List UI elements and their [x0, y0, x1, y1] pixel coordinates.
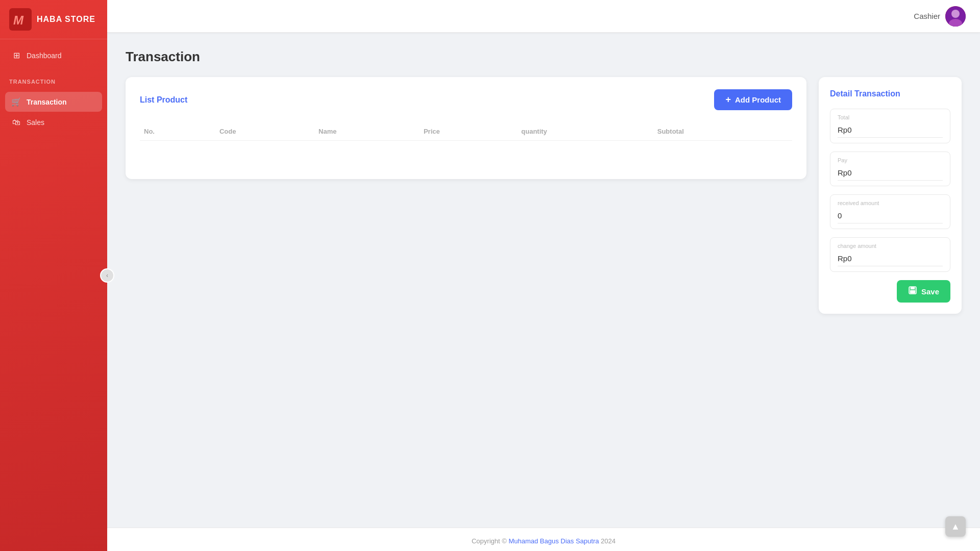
sidebar-item-transaction-label: Transaction: [27, 98, 67, 106]
pay-value: Rp0: [838, 166, 943, 181]
sidebar: M HABA STORE ⊞ Dashboard TRANSACTION 🛒 T…: [0, 0, 107, 551]
col-quantity: quantity: [517, 122, 653, 141]
received-amount-input[interactable]: [838, 209, 943, 223]
col-no: No.: [140, 122, 215, 141]
plus-icon: +: [725, 94, 731, 105]
list-product-title: List Product: [140, 95, 187, 105]
pay-label: Pay: [838, 157, 943, 163]
svg-rect-5: [911, 287, 915, 289]
sidebar-section-label: TRANSACTION: [0, 68, 107, 88]
main-content: Cashier Transaction List Product: [107, 0, 980, 551]
change-amount-value: Rp0: [838, 252, 943, 266]
sidebar-collapse-button[interactable]: ‹: [100, 268, 114, 283]
add-product-label: Add Product: [735, 95, 781, 104]
page-body: Transaction List Product + Add Product: [107, 33, 980, 528]
header-user[interactable]: Cashier: [914, 6, 966, 27]
footer-copyright: Copyright ©: [472, 537, 507, 545]
received-amount-label: received amount: [838, 200, 943, 206]
chevron-left-icon: ‹: [106, 272, 108, 279]
transaction-icon: 🛒: [11, 97, 21, 107]
sidebar-nav: 🛒 Transaction 🛍 Sales: [0, 88, 107, 136]
sidebar-item-dashboard[interactable]: ⊞ Dashboard: [5, 45, 102, 65]
change-amount-label: change amount: [838, 243, 943, 249]
page-title: Transaction: [126, 49, 962, 65]
cashier-label: Cashier: [914, 12, 940, 20]
sales-icon: 🛍: [11, 118, 21, 127]
sidebar-item-transaction[interactable]: 🛒 Transaction: [5, 92, 102, 112]
col-price: Price: [420, 122, 517, 141]
content-area: List Product + Add Product No. Code Name: [126, 77, 962, 314]
header: Cashier: [107, 0, 980, 33]
footer-author-label: Muhamad Bagus Dias Saputra: [508, 537, 599, 545]
sidebar-item-sales-label: Sales: [27, 118, 44, 127]
detail-transaction-card: Detail Transaction Total Rp0 Pay Rp0 rec…: [819, 77, 962, 314]
footer-author-link[interactable]: Muhamad Bagus Dias Saputra: [508, 537, 601, 545]
total-field: Total Rp0: [830, 109, 950, 143]
col-code: Code: [215, 122, 314, 141]
col-name: Name: [314, 122, 420, 141]
chevron-up-icon: ▲: [951, 521, 960, 532]
list-product-card: List Product + Add Product No. Code Name: [126, 77, 806, 179]
received-amount-field: received amount: [830, 194, 950, 229]
sidebar-item-sales[interactable]: 🛍 Sales: [5, 113, 102, 132]
footer: Copyright © Muhamad Bagus Dias Saputra 2…: [107, 528, 980, 551]
sidebar-item-dashboard-label: Dashboard: [27, 52, 62, 60]
dashboard-icon: ⊞: [11, 51, 21, 60]
scroll-top-button[interactable]: ▲: [945, 516, 966, 537]
list-product-header: List Product + Add Product: [140, 89, 792, 110]
sidebar-logo: M HABA STORE: [0, 0, 107, 39]
detail-transaction-title: Detail Transaction: [830, 89, 950, 98]
save-button[interactable]: Save: [897, 280, 950, 303]
footer-year-value: 2024: [601, 537, 616, 545]
change-amount-field: change amount Rp0: [830, 237, 950, 272]
avatar: [945, 6, 966, 27]
save-icon: [908, 286, 917, 297]
svg-text:M: M: [13, 13, 24, 27]
svg-rect-6: [910, 290, 915, 293]
sidebar-dashboard-section: ⊞ Dashboard: [0, 39, 107, 68]
total-value: Rp0: [838, 123, 943, 138]
add-product-button[interactable]: + Add Product: [714, 89, 792, 110]
product-table: No. Code Name Price quantity Subtotal: [140, 122, 792, 141]
logo-icon: M: [9, 8, 32, 31]
svg-point-2: [951, 10, 960, 18]
pay-field: Pay Rp0: [830, 152, 950, 186]
col-subtotal: Subtotal: [653, 122, 792, 141]
save-label: Save: [921, 287, 939, 296]
total-label: Total: [838, 114, 943, 120]
logo-text: HABA STORE: [37, 15, 95, 24]
